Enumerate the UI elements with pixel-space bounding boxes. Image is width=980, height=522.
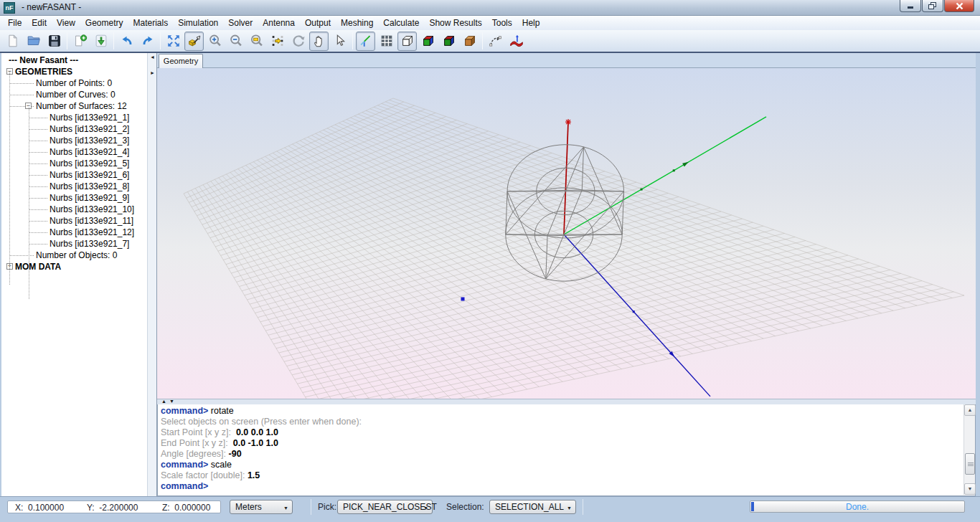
undo-button[interactable] xyxy=(117,32,136,51)
console-line: command> scale xyxy=(161,460,962,470)
tree-item-nurbs-id133e921-2[interactable]: Nurbs [id133e921_2] xyxy=(1,123,147,135)
rotate-view-button[interactable] xyxy=(288,32,308,51)
view-wireframe-icon xyxy=(400,33,415,49)
menu-item-antenna[interactable]: Antenna xyxy=(258,16,300,29)
menu-item-geometry[interactable]: Geometry xyxy=(80,16,128,29)
rotate-tool-button[interactable] xyxy=(486,32,505,51)
pick-mode-dropdown[interactable]: PICK_NEAR_CLOSEST▼ xyxy=(337,500,433,514)
menu-item-simulation[interactable]: Simulation xyxy=(173,16,223,29)
import-file-icon xyxy=(72,33,88,49)
expand-right-icon[interactable]: ► xyxy=(150,70,155,75)
zoom-window-button[interactable] xyxy=(247,32,266,51)
pan-view-button[interactable] xyxy=(309,32,329,51)
tree-item-nurbs-id133e921-5[interactable]: Nurbs [id133e921_5] xyxy=(1,158,147,169)
axis-x-tick xyxy=(633,310,635,313)
tree-item-label: Nurbs [id133e921_1] xyxy=(50,113,129,123)
console-scrollbar[interactable]: ▲ ▼ xyxy=(963,404,975,495)
tree-item-nurbs-id133e921-8[interactable]: Nurbs [id133e921_8] xyxy=(1,181,147,192)
splitter-down-icon[interactable]: ▼ xyxy=(169,399,174,404)
menu-item-solver[interactable]: Solver xyxy=(223,16,258,29)
swap-layers-button[interactable] xyxy=(268,32,287,51)
close-button[interactable] xyxy=(944,0,974,12)
tree-item-nurbs-id133e921-7[interactable]: Nurbs [id133e921_7] xyxy=(1,238,147,250)
zoom-out-button[interactable] xyxy=(226,32,245,51)
tree-item-nurbs-id133e921-3[interactable]: Nurbs [id133e921_3] xyxy=(1,135,147,146)
sidebar-splitter[interactable]: ◄ ► xyxy=(147,53,157,496)
menu-item-help[interactable]: Help xyxy=(517,16,545,29)
axis-z-star xyxy=(565,119,571,125)
save-file-button[interactable] xyxy=(44,32,64,51)
tree-item-nurbs-id133e921-11[interactable]: Nurbs [id133e921_11] xyxy=(1,215,147,227)
x-value: 0.100000 xyxy=(28,503,64,513)
scrollbar-thumb[interactable] xyxy=(965,453,975,475)
tree-item-nurbs-id133e921-10[interactable]: Nurbs [id133e921_10] xyxy=(1,204,147,215)
tree-item-nurbs-id133e921-9[interactable]: Nurbs [id133e921_9] xyxy=(1,192,147,204)
app-icon: nF xyxy=(4,2,15,14)
splitter-up-icon[interactable]: ▲ xyxy=(161,399,166,404)
menu-item-materials[interactable]: Materials xyxy=(128,16,174,29)
restore-button[interactable] xyxy=(922,0,943,12)
tree-item-label: Nurbs [id133e921_4] xyxy=(50,147,129,157)
view-smooth-button[interactable] xyxy=(439,32,458,51)
tree-item-mom-data[interactable]: +MOM DATA xyxy=(1,261,147,272)
zoom-object-button[interactable] xyxy=(184,32,204,51)
tree-item-nurbs-id133e921-1[interactable]: Nurbs [id133e921_1] xyxy=(1,112,147,123)
title-bar[interactable]: nF - newFASANT - xyxy=(0,0,980,16)
zoom-in-button[interactable] xyxy=(205,32,225,51)
minimize-button[interactable] xyxy=(900,0,921,12)
menu-item-tools[interactable]: Tools xyxy=(487,16,517,29)
tree-item-nurbs-id133e921-12[interactable]: Nurbs [id133e921_12] xyxy=(1,227,147,238)
menu-item-show-results[interactable]: Show Results xyxy=(424,16,486,29)
viewport-canvas[interactable] xyxy=(157,68,976,399)
menu-item-view[interactable]: View xyxy=(52,16,80,29)
tree-item-nurbs-id133e921-4[interactable]: Nurbs [id133e921_4] xyxy=(1,146,147,158)
view-wireframe-button[interactable] xyxy=(397,32,417,51)
redo-button[interactable] xyxy=(138,32,157,51)
menu-item-edit[interactable]: Edit xyxy=(27,16,52,29)
tree-item-new-fasant[interactable]: --- New Fasant --- xyxy=(1,54,147,66)
scroll-down-button[interactable]: ▼ xyxy=(964,483,976,495)
export-file-button[interactable] xyxy=(91,32,110,51)
axis-y xyxy=(564,117,766,234)
open-file-button[interactable] xyxy=(24,32,43,51)
menu-item-file[interactable]: File xyxy=(3,16,27,29)
tree-item-label: Nurbs [id133e921_3] xyxy=(50,136,129,146)
tree-item-number-of-points-0[interactable]: Number of Points: 0 xyxy=(1,77,147,89)
normal-tool-icon xyxy=(509,33,524,49)
tree-item-geometries[interactable]: −GEOMETRIES xyxy=(1,66,147,77)
collapse-left-icon[interactable]: ◄ xyxy=(150,54,155,60)
select-cursor-button[interactable] xyxy=(330,32,349,51)
tree-item-number-of-objects-0[interactable]: Number of Objects: 0 xyxy=(1,250,147,261)
console-line: command> xyxy=(161,481,962,492)
selection-mode-dropdown[interactable]: SELECTION_ALL▼ xyxy=(489,500,576,514)
tab-geometry[interactable]: Geometry xyxy=(159,54,203,68)
units-dropdown[interactable]: Meters▼ xyxy=(230,500,293,514)
toolbar-separator xyxy=(113,32,114,49)
console-splitter[interactable]: ▲ ▼ xyxy=(157,399,976,404)
view-axes-button[interactable] xyxy=(356,32,375,51)
tree-guide xyxy=(29,118,47,118)
scroll-up-button[interactable]: ▲ xyxy=(964,404,976,416)
menu-item-output[interactable]: Output xyxy=(300,16,336,29)
view-flat-button[interactable] xyxy=(418,32,438,51)
normal-tool-button[interactable] xyxy=(507,32,526,51)
view-textured-button[interactable] xyxy=(460,32,479,51)
fit-view-button[interactable] xyxy=(164,32,183,51)
zoom-object-icon xyxy=(187,33,202,49)
view-grid-button[interactable] xyxy=(377,32,396,51)
tree-item-nurbs-id133e921-6[interactable]: Nurbs [id133e921_6] xyxy=(1,169,147,181)
tree-guide xyxy=(29,141,47,141)
menu-item-meshing[interactable]: Meshing xyxy=(336,16,378,29)
import-file-button[interactable] xyxy=(70,32,90,51)
axis-y-arrow xyxy=(682,162,689,167)
chevron-down-icon: ▼ xyxy=(567,506,572,511)
tree-item-number-of-curves-0[interactable]: Number of Curves: 0 xyxy=(1,89,147,100)
tree-item-number-of-surfaces-12[interactable]: −Number of Surfaces: 12 xyxy=(1,100,147,112)
toolbar-separator xyxy=(482,32,483,49)
menu-item-calculate[interactable]: Calculate xyxy=(378,16,424,29)
new-file-button[interactable] xyxy=(3,32,22,51)
viewport-3d[interactable] xyxy=(157,68,976,399)
command-console[interactable]: command> rotateSelect objects on screen … xyxy=(157,404,976,496)
console-line: Start Point [x y z]: 0.0 0.0 1.0 xyxy=(161,427,962,438)
toolbar-separator xyxy=(67,32,67,49)
